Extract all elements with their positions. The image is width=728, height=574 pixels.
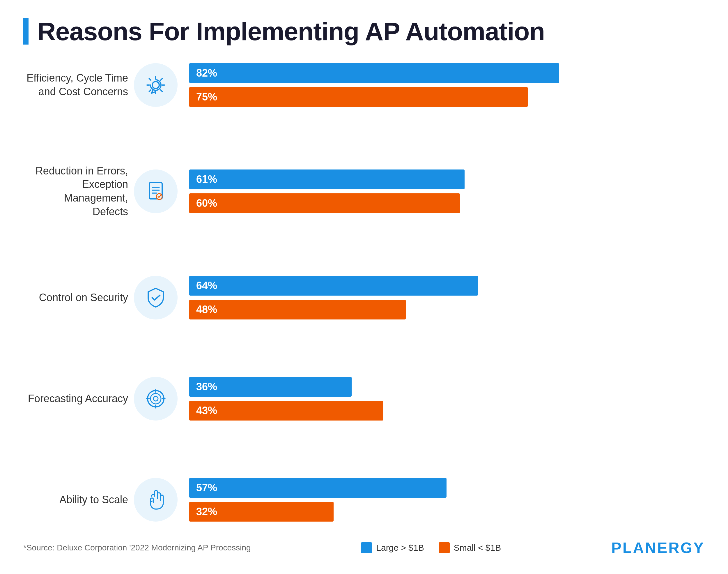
row-icon-forecasting xyxy=(134,377,178,420)
row-label-security: Control on Security xyxy=(23,291,134,304)
blue-bar-label-forecasting: 36% xyxy=(196,381,217,393)
row-icon-efficiency xyxy=(134,63,178,107)
orange-bar-wrapper-reduction: 60% xyxy=(189,193,705,213)
bars-efficiency: 82%75% xyxy=(189,63,705,107)
blue-bar-security: 64% xyxy=(189,276,478,296)
orange-bar-reduction: 60% xyxy=(189,193,460,213)
svg-point-0 xyxy=(152,82,159,88)
orange-bar-forecasting: 43% xyxy=(189,401,383,420)
blue-bar-label-security: 64% xyxy=(196,280,217,292)
orange-bar-wrapper-forecasting: 43% xyxy=(189,401,705,420)
orange-bar-wrapper-security: 48% xyxy=(189,300,705,320)
row-icon-security xyxy=(134,276,178,320)
blue-bar-forecasting: 36% xyxy=(189,377,352,397)
blue-bar-efficiency: 82% xyxy=(189,63,559,83)
chart-row-security: Control on Security 64%48% xyxy=(23,276,705,320)
orange-bar-label-reduction: 60% xyxy=(196,197,217,209)
legend-item-1: Small < $1B xyxy=(439,542,501,553)
orange-bar-label-efficiency: 75% xyxy=(196,91,217,103)
orange-bar-label-scale: 32% xyxy=(196,505,217,518)
page-title: Reasons For Implementing AP Automation xyxy=(37,17,545,46)
blue-bar-scale: 57% xyxy=(189,478,446,498)
chart-row-efficiency: Efficiency, Cycle Timeand Cost Concerns … xyxy=(23,63,705,107)
header-accent xyxy=(23,18,29,45)
orange-bar-security: 48% xyxy=(189,300,406,320)
bars-scale: 57%32% xyxy=(189,478,705,522)
chart-row-scale: Ability to Scale 57%32% xyxy=(23,478,705,522)
orange-bar-efficiency: 75% xyxy=(189,87,528,107)
blue-bar-label-efficiency: 82% xyxy=(196,67,217,79)
legend-color-0 xyxy=(361,542,372,553)
brand-logo: PLANERGY xyxy=(611,539,705,557)
bars-reduction: 61%60% xyxy=(189,169,705,213)
row-label-efficiency: Efficiency, Cycle Timeand Cost Concerns xyxy=(23,71,134,99)
row-icon-scale xyxy=(134,478,178,522)
svg-point-7 xyxy=(151,394,161,404)
legend-item-0: Large > $1B xyxy=(361,542,424,553)
chart-row-reduction: Reduction in Errors,Exception Management… xyxy=(23,164,705,219)
page-container: Reasons For Implementing AP Automation E… xyxy=(0,0,728,574)
legend-label-0: Large > $1B xyxy=(376,543,424,553)
orange-bar-wrapper-efficiency: 75% xyxy=(189,87,705,107)
chart-row-forecasting: Forecasting Accuracy 36%43% xyxy=(23,377,705,420)
blue-bar-label-scale: 57% xyxy=(196,482,217,494)
svg-point-8 xyxy=(154,396,158,401)
footer: *Source: Deluxe Corporation '2022 Modern… xyxy=(23,539,705,557)
blue-bar-wrapper-scale: 57% xyxy=(189,478,705,498)
blue-bar-wrapper-security: 64% xyxy=(189,276,705,296)
blue-bar-label-reduction: 61% xyxy=(196,173,217,186)
blue-bar-wrapper-reduction: 61% xyxy=(189,169,705,189)
row-label-forecasting: Forecasting Accuracy xyxy=(23,392,134,406)
bars-security: 64%48% xyxy=(189,276,705,320)
row-label-reduction: Reduction in Errors,Exception Management… xyxy=(23,164,134,219)
blue-bar-wrapper-efficiency: 82% xyxy=(189,63,705,83)
legend-color-1 xyxy=(439,542,450,553)
svg-point-6 xyxy=(147,391,164,407)
chart-section: Efficiency, Cycle Timeand Cost Concerns … xyxy=(23,63,705,530)
legend-label-1: Small < $1B xyxy=(454,543,501,553)
header: Reasons For Implementing AP Automation xyxy=(23,17,705,46)
orange-bar-label-security: 48% xyxy=(196,303,217,316)
blue-bar-reduction: 61% xyxy=(189,169,465,189)
footer-source: *Source: Deluxe Corporation '2022 Modern… xyxy=(23,543,251,552)
blue-bar-wrapper-forecasting: 36% xyxy=(189,377,705,397)
orange-bar-label-forecasting: 43% xyxy=(196,405,217,417)
bars-forecasting: 36%43% xyxy=(189,377,705,420)
orange-bar-scale: 32% xyxy=(189,502,334,522)
orange-bar-wrapper-scale: 32% xyxy=(189,502,705,522)
legend: Large > $1BSmall < $1B xyxy=(361,542,501,553)
row-icon-reduction xyxy=(134,169,178,213)
row-label-scale: Ability to Scale xyxy=(23,493,134,507)
